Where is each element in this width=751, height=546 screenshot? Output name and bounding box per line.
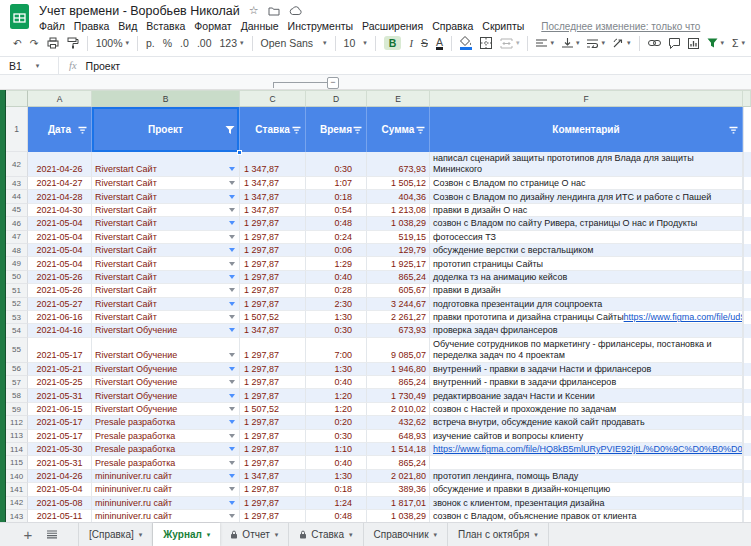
- cell-sum[interactable]: 9 085,07: [367, 338, 430, 363]
- cell-rate[interactable]: 1 507,52: [240, 311, 306, 324]
- cell-sum[interactable]: 1 730,49: [367, 389, 430, 402]
- cell-sum[interactable]: 648,93: [367, 430, 430, 443]
- comment-link[interactable]: https://www.figma.com/file/udSY9gE: [624, 312, 743, 322]
- italic-button[interactable]: I: [409, 38, 413, 49]
- print-button[interactable]: [47, 37, 59, 49]
- cell-comment[interactable]: правки прототипа и дизайна страницы Сайт…: [430, 311, 743, 324]
- cell-project[interactable]: Riverstart Обучение: [92, 338, 240, 363]
- functions-button[interactable]: Σ▾: [732, 37, 745, 49]
- sheet-tab-1[interactable]: Журнал▾: [153, 523, 220, 546]
- vertical-align-button[interactable]: ▾: [562, 38, 580, 48]
- tab-dropdown-icon[interactable]: ▾: [434, 531, 438, 539]
- cell-time[interactable]: 1:07: [306, 177, 367, 190]
- filter-icon[interactable]: [78, 125, 87, 134]
- cell-rate[interactable]: 1 297,87: [240, 430, 306, 443]
- cell-date[interactable]: 2021-04-26: [28, 152, 92, 177]
- cell-date[interactable]: 2021-04-28: [28, 190, 92, 203]
- cell-project[interactable]: mininuniver.ru сайт: [92, 483, 240, 496]
- cell-time[interactable]: 1:30: [306, 311, 367, 324]
- filter-active-icon[interactable]: [225, 125, 235, 134]
- fill-color-button[interactable]: [460, 36, 472, 50]
- dropdown-arrow-icon[interactable]: [229, 407, 235, 411]
- header-cell-дата[interactable]: Дата: [28, 107, 92, 152]
- dropdown-arrow-icon[interactable]: [229, 394, 235, 398]
- more-formats-button[interactable]: 123▾: [219, 37, 243, 49]
- cell-date[interactable]: 2021-05-26: [28, 271, 92, 284]
- dropdown-arrow-icon[interactable]: [229, 262, 235, 266]
- redo-button[interactable]: ↷: [30, 37, 39, 49]
- cell-project[interactable]: Riverstart Сайт: [92, 204, 240, 217]
- cell-date[interactable]: 2021-04-16: [28, 324, 92, 337]
- undo-button[interactable]: ↶: [13, 37, 22, 49]
- menu-format[interactable]: Формат: [194, 20, 231, 32]
- cell-comment[interactable]: обсуждение верстки с верстальщиком: [430, 244, 743, 257]
- insert-comment-button[interactable]: [669, 38, 680, 49]
- cell-sum[interactable]: 1 038,29: [367, 217, 430, 230]
- cell-project[interactable]: Riverstart Сайт: [92, 190, 240, 203]
- menu-insert[interactable]: Вставка: [146, 20, 185, 32]
- cell-date[interactable]: 2021-04-26: [28, 470, 92, 483]
- cell-date[interactable]: 2021-05-04: [28, 483, 92, 496]
- cell-date[interactable]: 2021-05-04: [28, 257, 92, 270]
- cell-rate[interactable]: 1 297,87: [240, 443, 306, 456]
- decrease-decimals-button[interactable]: .0: [180, 37, 189, 49]
- tab-dropdown-icon[interactable]: ▾: [207, 531, 211, 539]
- last-edit-link[interactable]: Последнее изменение: только что: [541, 21, 700, 32]
- cell-time[interactable]: 7:00: [306, 338, 367, 363]
- formula-input[interactable]: Проект: [86, 60, 121, 72]
- cell-time[interactable]: 0:48: [306, 510, 367, 522]
- comment-link[interactable]: https://www.figma.com/file/HQ8kB5mlURyPV…: [433, 444, 743, 454]
- cell-time[interactable]: 0:20: [306, 416, 367, 429]
- cell-date[interactable]: 2021-04-30: [28, 204, 92, 217]
- cell-time[interactable]: 1:24: [306, 497, 367, 510]
- borders-button[interactable]: [480, 37, 492, 49]
- cell-sum[interactable]: 1 946,80: [367, 363, 430, 376]
- menu-view[interactable]: Вид: [118, 20, 137, 32]
- cell-project[interactable]: Presale разработка: [92, 430, 240, 443]
- cell-date[interactable]: 2021-06-16: [28, 311, 92, 324]
- sheets-logo-icon[interactable]: [9, 4, 30, 29]
- dropdown-arrow-icon[interactable]: [229, 221, 235, 225]
- cell-rate[interactable]: 1 297,87: [240, 284, 306, 297]
- cell-rate[interactable]: 1 297,87: [240, 338, 306, 363]
- cell-date[interactable]: 2021-05-08: [28, 497, 92, 510]
- header-cell-комментарий[interactable]: Комментарий: [430, 107, 743, 152]
- cell-rate[interactable]: 1 347,87: [240, 470, 306, 483]
- dropdown-arrow-icon[interactable]: [229, 380, 235, 384]
- cell-sum[interactable]: 865,24: [367, 376, 430, 389]
- cell-time[interactable]: 0:40: [306, 456, 367, 469]
- cell-project[interactable]: Riverstart Сайт: [92, 311, 240, 324]
- font-select[interactable]: Open Sans▾: [261, 37, 327, 49]
- cell-rate[interactable]: 1 347,87: [240, 152, 306, 177]
- cell-time[interactable]: 0:18: [306, 190, 367, 203]
- cell-time[interactable]: 0:30: [306, 152, 367, 177]
- add-sheet-button[interactable]: +: [16, 523, 40, 546]
- cell-project[interactable]: Riverstart Сайт: [92, 298, 240, 311]
- menu-edit[interactable]: Правка: [74, 20, 109, 32]
- cell-time[interactable]: 1:29: [306, 257, 367, 270]
- cell-date[interactable]: 2021-05-17: [28, 338, 92, 363]
- cell-date[interactable]: 2021-05-31: [28, 389, 92, 402]
- cell-comment[interactable]: встреча внутри, обсуждение какой сайт пр…: [430, 416, 743, 429]
- cell-project[interactable]: Presale разработка: [92, 416, 240, 429]
- filter-icon[interactable]: [353, 125, 362, 134]
- cell-sum[interactable]: 865,24: [367, 456, 430, 469]
- cell-time[interactable]: 0:40: [306, 376, 367, 389]
- font-size-select[interactable]: 10▾: [344, 37, 367, 49]
- cell-date[interactable]: 2021-05-30: [28, 443, 92, 456]
- header-cell-сумма[interactable]: Сумма: [367, 107, 430, 152]
- dropdown-arrow-icon[interactable]: [229, 167, 235, 171]
- cell-sum[interactable]: 865,24: [367, 271, 430, 284]
- cell-sum[interactable]: 1 817,01: [367, 497, 430, 510]
- column-header-b[interactable]: B: [92, 90, 240, 107]
- cell-rate[interactable]: 1 347,87: [240, 190, 306, 203]
- cell-time[interactable]: 0:40: [306, 271, 367, 284]
- dropdown-arrow-icon[interactable]: [229, 275, 235, 279]
- cell-comment[interactable]: обсуждение и правки в дизайн-концепцию: [430, 483, 743, 496]
- cell-sum[interactable]: 2 261,27: [367, 311, 430, 324]
- cell-rate[interactable]: 1 347,87: [240, 204, 306, 217]
- cell-comment[interactable]: Созвон с Владом по дизайну лендинга для …: [430, 190, 743, 203]
- dropdown-arrow-icon[interactable]: [229, 461, 235, 465]
- cell-comment[interactable]: созвон с Владом, объяснение правок от кл…: [430, 510, 743, 522]
- column-header-d[interactable]: D: [306, 90, 367, 107]
